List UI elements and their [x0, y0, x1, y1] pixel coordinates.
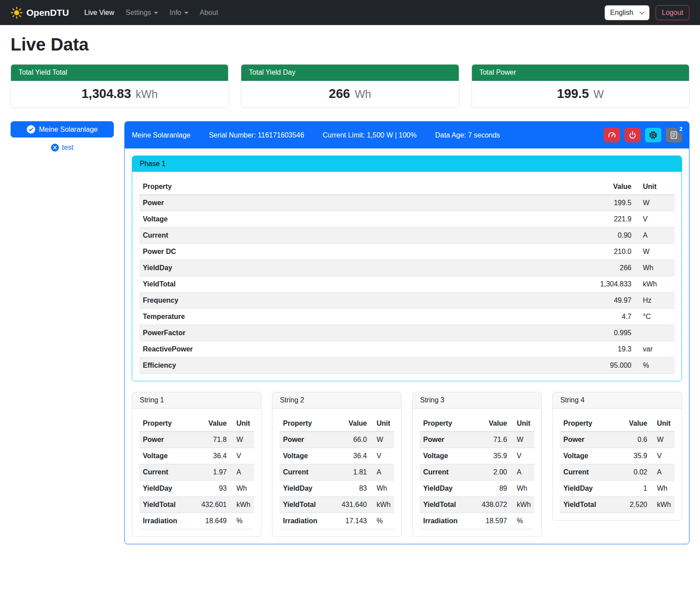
nav-info-label: Info	[170, 9, 181, 17]
table-row: YieldDay83Wh	[279, 481, 394, 497]
unit-cell: kWh	[635, 276, 675, 293]
string-2-card: String 2 PropertyValueUnitPower66.0WVolt…	[272, 392, 402, 537]
column-header: Unit	[511, 416, 534, 432]
unit-cell: A	[370, 464, 394, 481]
property-cell: YieldTotal	[279, 497, 334, 513]
brand-label: OpenDTU	[26, 7, 69, 18]
column-header: Value	[615, 416, 651, 432]
unit-cell: V	[635, 211, 675, 228]
table-row: Current1.81A	[279, 464, 394, 481]
value-cell: 18.649	[194, 513, 230, 529]
current-limit: Current Limit: 1,500 W | 100%	[323, 131, 417, 139]
inverter-list: Meine Solaranlage test	[11, 121, 114, 152]
unit-cell: kWh	[370, 497, 394, 513]
column-header: Property	[560, 416, 615, 432]
logout-button[interactable]: Logout	[656, 5, 689, 20]
property-cell: Power	[139, 195, 557, 211]
property-cell: Voltage	[279, 448, 334, 464]
property-cell: YieldDay	[420, 481, 475, 497]
property-cell: YieldTotal	[139, 276, 557, 293]
property-cell: Voltage	[139, 448, 194, 464]
brand[interactable]: OpenDTU	[11, 7, 69, 19]
table-row: YieldDay93Wh	[139, 481, 254, 497]
event-count-badge: 2	[677, 125, 685, 133]
table-header-row: PropertyValueUnit	[560, 416, 675, 432]
unit-cell: W	[511, 432, 534, 448]
device-info-button[interactable]	[645, 128, 661, 142]
summary-card-title: Total Yield Total	[11, 65, 228, 81]
property-cell: Power	[560, 432, 615, 448]
value-cell: 49.97	[557, 293, 635, 309]
column-header: Unit	[635, 179, 675, 195]
table-row: Voltage221.9V	[139, 211, 675, 228]
property-cell: YieldTotal	[139, 497, 194, 513]
table-row: Power DC210.0W	[139, 244, 675, 260]
string-card-title: String 1	[132, 392, 261, 409]
nav-settings[interactable]: Settings	[122, 5, 162, 20]
table-header-row: PropertyValueUnit	[139, 416, 254, 432]
table-row: YieldTotal1,304.833kWh	[139, 276, 675, 293]
nav-about[interactable]: About	[196, 5, 222, 20]
summary-card-total-yield-total: Total Yield Total 1,304.83 kWh	[11, 64, 228, 108]
language-select-value: English	[610, 9, 633, 17]
property-cell: YieldDay	[139, 260, 557, 276]
inverter-select-test[interactable]: test	[11, 144, 114, 152]
value-cell: 431.640	[334, 497, 370, 513]
nav-live-view-label: Live View	[84, 9, 114, 17]
summary-unit: kWh	[136, 88, 158, 100]
value-cell: 71.8	[194, 432, 230, 448]
table-row: Current0.90A	[139, 228, 675, 244]
string-4-table: PropertyValueUnitPower0.6WVoltage35.9VCu…	[560, 416, 675, 513]
table-row: Irradiation17.143%	[279, 513, 394, 529]
property-cell: Current	[139, 228, 557, 244]
value-cell: 93	[194, 481, 230, 497]
event-log-button[interactable]: 2	[666, 128, 682, 142]
chevron-down-icon	[639, 9, 644, 14]
unit-cell: Wh	[651, 481, 675, 497]
unit-cell: V	[651, 448, 675, 464]
column-header: Unit	[230, 416, 254, 432]
column-header: Property	[420, 416, 475, 432]
limit-settings-button[interactable]	[604, 128, 620, 142]
table-row: Voltage36.4V	[279, 448, 394, 464]
unit-cell: %	[635, 358, 675, 374]
string-3-card: String 3 PropertyValueUnitPower71.6WVolt…	[412, 392, 542, 537]
unit-cell: var	[635, 341, 675, 358]
column-header: Property	[139, 416, 194, 432]
unit-cell: Wh	[370, 481, 394, 497]
summary-value: 199.5	[557, 87, 589, 101]
value-cell: 0.90	[557, 228, 635, 244]
table-header-row: PropertyValueUnit	[420, 416, 534, 432]
table-row: Voltage36.4V	[139, 448, 254, 464]
property-cell: YieldTotal	[420, 497, 475, 513]
value-cell: 2.520	[615, 497, 651, 513]
unit-cell: Wh	[635, 260, 675, 276]
summary-unit: Wh	[355, 88, 371, 100]
language-select[interactable]: English	[605, 5, 649, 20]
string-4-card: String 4 PropertyValueUnitPower0.6WVolta…	[552, 392, 682, 521]
value-cell: 19.3	[557, 341, 635, 358]
power-toggle-button[interactable]	[624, 128, 641, 142]
nav-info[interactable]: Info	[166, 5, 192, 20]
column-header: Value	[475, 416, 511, 432]
property-cell: Temperature	[139, 309, 557, 325]
value-cell: 36.4	[194, 448, 230, 464]
string-card-title: String 4	[553, 392, 682, 409]
string-card-title: String 2	[272, 392, 401, 409]
caret-down-icon	[184, 12, 189, 14]
inverter-select-meine-solaranlage[interactable]: Meine Solaranlage	[11, 121, 114, 137]
nav-live-view[interactable]: Live View	[80, 5, 118, 20]
table-row: YieldDay266Wh	[139, 260, 675, 276]
unit-cell: A	[230, 464, 254, 481]
property-cell: Voltage	[139, 211, 557, 228]
summary-card-title: Total Power	[472, 65, 689, 81]
unit-cell: A	[651, 464, 675, 481]
unit-cell: V	[230, 448, 254, 464]
value-cell: 1.81	[334, 464, 370, 481]
table-row: Irradiation18.649%	[139, 513, 254, 529]
page-title: Live Data	[11, 35, 689, 54]
table-row: Power71.6W	[420, 432, 534, 448]
power-icon	[628, 131, 637, 139]
property-cell: Current	[279, 464, 334, 481]
phase-card: Phase 1 PropertyValueUnitPower199.5WVolt…	[132, 156, 682, 381]
